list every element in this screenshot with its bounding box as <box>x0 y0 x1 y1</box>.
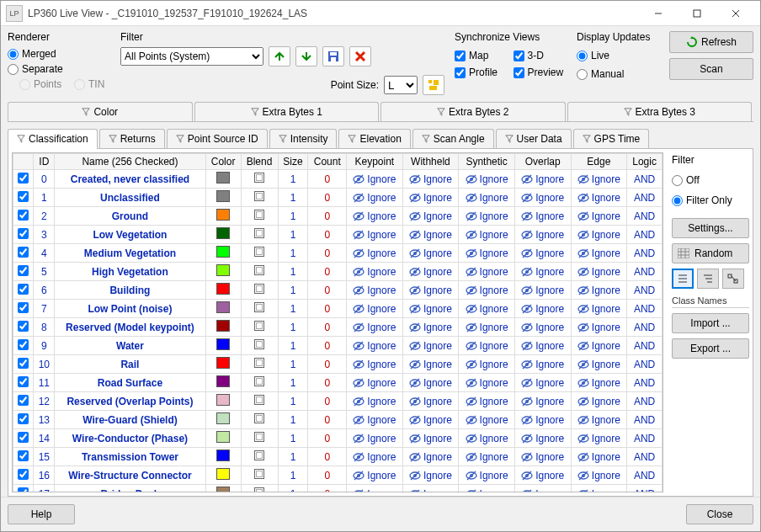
blend-check[interactable] <box>254 413 264 423</box>
ignore-cell[interactable]: Ignore <box>407 451 455 463</box>
table-row[interactable]: 8Reserved (Model keypoint)10IgnoreIgnore… <box>13 318 663 337</box>
color-swatch[interactable] <box>216 172 230 184</box>
ignore-cell[interactable]: Ignore <box>519 285 567 296</box>
row-check[interactable] <box>18 358 29 369</box>
random-button[interactable]: Random <box>672 243 749 263</box>
table-row[interactable]: 12Reserved (Overlap Points)10IgnoreIgnor… <box>13 392 663 411</box>
ignore-cell[interactable]: Ignore <box>575 247 624 259</box>
ignore-cell[interactable]: Ignore <box>462 229 511 241</box>
lower-tab-user-data[interactable]: User Data <box>496 129 572 148</box>
ignore-cell[interactable]: Ignore <box>575 396 624 407</box>
ignore-cell[interactable]: Ignore <box>350 303 399 315</box>
ignore-cell[interactable]: Ignore <box>407 340 455 352</box>
close-button[interactable]: Close <box>686 504 753 524</box>
blend-check[interactable] <box>254 469 264 479</box>
lower-tab-point-source-id[interactable]: Point Source ID <box>167 129 268 148</box>
lower-tab-returns[interactable]: Returns <box>99 129 165 148</box>
blend-check[interactable] <box>254 487 264 492</box>
ignore-cell[interactable]: Ignore <box>407 247 455 259</box>
close-window-button[interactable] <box>716 1 755 26</box>
row-check[interactable] <box>18 339 29 350</box>
blend-check[interactable] <box>254 284 264 294</box>
upper-tab-color[interactable]: Color <box>8 102 193 121</box>
ignore-cell[interactable]: Ignore <box>462 247 511 259</box>
filter-export-button[interactable] <box>295 46 317 66</box>
col-header[interactable]: Name (256 Checked) <box>55 154 205 170</box>
row-check[interactable] <box>18 469 29 480</box>
blend-check[interactable] <box>254 302 264 312</box>
upper-tab-extra-bytes-3[interactable]: Extra Bytes 3 <box>567 102 753 121</box>
table-row[interactable]: 3Low Vegetation10IgnoreIgnoreIgnoreIgnor… <box>13 226 663 244</box>
row-check[interactable] <box>18 487 29 493</box>
ignore-cell[interactable]: Ignore <box>575 470 624 481</box>
refresh-button[interactable]: Refresh <box>669 31 753 53</box>
renderer-merged-radio[interactable] <box>8 49 19 60</box>
ignore-cell[interactable]: Ignore <box>575 322 624 333</box>
ignore-cell[interactable]: Ignore <box>350 470 399 481</box>
ignore-cell[interactable]: Ignore <box>462 192 511 204</box>
lower-tab-elevation[interactable]: Elevation <box>338 129 410 148</box>
ignore-cell[interactable]: Ignore <box>407 303 455 315</box>
table-row[interactable]: 1Unclassified10IgnoreIgnoreIgnoreIgnoreI… <box>13 189 663 207</box>
ignore-cell[interactable]: Ignore <box>407 414 455 426</box>
color-swatch[interactable] <box>216 190 230 202</box>
row-check[interactable] <box>18 450 29 461</box>
point-size-options-button[interactable] <box>423 75 444 95</box>
col-header[interactable] <box>13 154 34 170</box>
color-swatch[interactable] <box>216 394 230 406</box>
blend-check[interactable] <box>254 432 264 442</box>
ignore-cell[interactable]: Ignore <box>519 414 567 426</box>
col-header[interactable]: Keypoint <box>347 154 403 170</box>
maximize-button[interactable] <box>678 1 716 26</box>
ignore-cell[interactable]: Ignore <box>350 359 399 370</box>
ignore-cell[interactable]: Ignore <box>407 433 455 444</box>
ignore-cell[interactable]: Ignore <box>462 285 511 296</box>
table-row[interactable]: 17Bridge Deck10IgnoreIgnoreIgnoreIgnoreI… <box>13 485 663 493</box>
ignore-cell[interactable]: Ignore <box>519 210 567 222</box>
ignore-cell[interactable]: Ignore <box>519 396 567 407</box>
lower-tab-intensity[interactable]: Intensity <box>269 129 338 148</box>
ignore-cell[interactable]: Ignore <box>462 470 511 481</box>
import-button[interactable]: Import ... <box>672 313 749 333</box>
ignore-cell[interactable]: Ignore <box>407 192 455 204</box>
sync-profile-check[interactable] <box>455 67 466 78</box>
update-manual-radio[interactable] <box>577 69 588 80</box>
ignore-cell[interactable]: Ignore <box>519 488 567 493</box>
ignore-cell[interactable]: Ignore <box>462 377 511 389</box>
row-check[interactable] <box>18 413 29 424</box>
ignore-cell[interactable]: Ignore <box>407 285 455 296</box>
row-check[interactable] <box>18 265 29 276</box>
table-row[interactable]: 2Ground10IgnoreIgnoreIgnoreIgnoreIgnoreA… <box>13 207 663 226</box>
table-row[interactable]: 0Created, never classified10IgnoreIgnore… <box>13 170 663 189</box>
color-swatch[interactable] <box>216 246 230 258</box>
ignore-cell[interactable]: Ignore <box>350 247 399 259</box>
col-header[interactable]: Withheld <box>402 154 459 170</box>
ignore-cell[interactable]: Ignore <box>462 488 511 493</box>
color-swatch[interactable] <box>216 357 230 369</box>
blend-check[interactable] <box>254 173 264 183</box>
ignore-cell[interactable]: Ignore <box>519 433 567 444</box>
blend-check[interactable] <box>254 376 264 386</box>
table-row[interactable]: 13Wire-Guard (Shield)10IgnoreIgnoreIgnor… <box>13 411 663 429</box>
renderer-separate-radio[interactable] <box>8 64 19 75</box>
table-row[interactable]: 5High Vegetation10IgnoreIgnoreIgnoreIgno… <box>13 263 663 281</box>
ignore-cell[interactable]: Ignore <box>462 359 511 370</box>
ignore-cell[interactable]: Ignore <box>350 451 399 463</box>
ignore-cell[interactable]: Ignore <box>350 210 399 222</box>
ignore-cell[interactable]: Ignore <box>350 266 399 278</box>
table-row[interactable]: 9Water10IgnoreIgnoreIgnoreIgnoreIgnoreAN… <box>13 337 663 355</box>
upper-tab-extra-bytes-1[interactable]: Extra Bytes 1 <box>194 102 380 121</box>
settings-button[interactable]: Settings... <box>672 218 749 238</box>
row-check[interactable] <box>18 376 29 387</box>
row-check[interactable] <box>18 395 29 406</box>
export-button[interactable]: Export ... <box>672 338 749 359</box>
ignore-cell[interactable]: Ignore <box>519 470 567 481</box>
table-row[interactable]: 4Medium Vegetation10IgnoreIgnoreIgnoreIg… <box>13 244 663 263</box>
blend-check[interactable] <box>254 358 264 368</box>
col-header[interactable]: Synthetic <box>459 154 515 170</box>
ignore-cell[interactable]: Ignore <box>575 173 624 185</box>
row-check[interactable] <box>18 302 29 313</box>
row-check[interactable] <box>18 284 29 295</box>
ignore-cell[interactable]: Ignore <box>407 229 455 241</box>
ignore-cell[interactable]: Ignore <box>519 322 567 333</box>
